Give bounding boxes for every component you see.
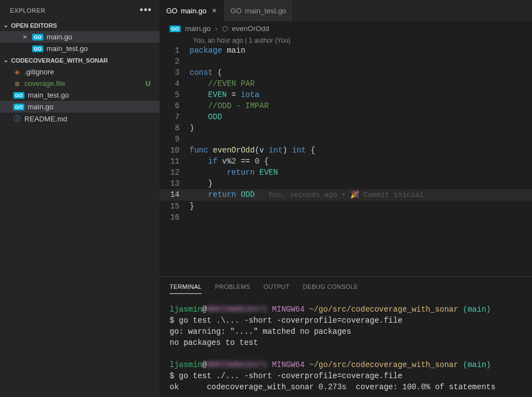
go-lang-icon: GO	[170, 26, 181, 32]
editor-area: GO main.go × GO main_test.go GO main.go …	[160, 0, 532, 397]
panel-tabs: TERMINAL PROBLEMS OUTPUT DEBUG CONSOLE	[160, 280, 532, 296]
code-line[interactable]: 13 }	[160, 178, 532, 189]
code-line[interactable]: 4 //EVEN PAR	[160, 78, 532, 89]
tab-label: main.go	[181, 7, 206, 15]
panel-tab-problems[interactable]: PROBLEMS	[215, 283, 250, 294]
line-number: 2	[160, 56, 190, 67]
git-status-badge: U	[146, 79, 156, 88]
code-content[interactable]: }	[190, 201, 194, 212]
open-editors-header[interactable]: ⌄ OPEN EDITORS	[0, 19, 160, 31]
code-line[interactable]: 16	[160, 212, 532, 223]
line-number: 15	[160, 201, 190, 212]
code-line[interactable]: 1package main	[160, 45, 532, 56]
tab-label: main_test.go	[245, 7, 286, 15]
code-content[interactable]: if v%2 == 0 {	[190, 156, 269, 167]
editor-item-label: main.go	[47, 33, 72, 41]
code-content[interactable]: ODD	[190, 111, 222, 123]
panel-tab-terminal[interactable]: TERMINAL	[170, 283, 202, 294]
symbol-icon: ⬡	[222, 25, 228, 33]
tab-main-go[interactable]: GO main.go ×	[160, 0, 224, 21]
tab-main-test-go[interactable]: GO main_test.go	[224, 0, 294, 21]
folder-header[interactable]: ⌄ CODECOVERAGE_WITH_SONAR	[0, 54, 160, 66]
explorer-title: EXPLORER	[10, 7, 45, 14]
code-line[interactable]: 10func evenOrOdd(v int) int {	[160, 145, 532, 156]
line-number: 12	[160, 167, 190, 178]
file-item-readme[interactable]: ⓘ README.md	[0, 113, 160, 125]
chevron-down-icon: ⌄	[3, 57, 11, 64]
breadcrumb-file[interactable]: main.go	[185, 24, 211, 33]
file-item-coverage[interactable]: ≣ coverage.file U	[0, 78, 160, 89]
git-blame-annotation: You, seconds ago • 🎉 Commit inicial	[268, 190, 424, 201]
panel-tab-output[interactable]: OUTPUT	[264, 283, 290, 294]
file-icon: ≣	[13, 80, 21, 88]
open-editor-item[interactable]: × GO main_test.go	[0, 43, 160, 54]
line-number: 1	[160, 45, 190, 56]
line-number: 14	[160, 189, 190, 200]
file-label: README.md	[24, 115, 67, 123]
line-number: 16	[160, 212, 190, 223]
codelens[interactable]: You, an hour ago | 1 author (You)	[160, 36, 532, 45]
editor-item-label: main_test.go	[47, 44, 88, 53]
open-editors-label: OPEN EDITORS	[11, 22, 57, 29]
close-editor-icon[interactable]: ×	[21, 33, 29, 41]
explorer-sidebar: EXPLORER ••• ⌄ OPEN EDITORS × GO main.go…	[0, 0, 160, 397]
code-line[interactable]: 6 //ODD - IMPAR	[160, 100, 532, 111]
code-line[interactable]: 2	[160, 56, 532, 67]
panel-tab-debug[interactable]: DEBUG CONSOLE	[303, 283, 359, 294]
code-line[interactable]: 7 ODD	[160, 111, 532, 123]
terminal-output[interactable]: ljasmin@BRRIOWN026471 MINGW64 ~/go/src/c…	[160, 296, 532, 397]
code-line[interactable]: 3const (	[160, 67, 532, 78]
file-item-gitignore[interactable]: ◈ .gitignore	[0, 66, 160, 78]
chevron-right-icon: ›	[215, 24, 217, 33]
code-editor[interactable]: 1package main23const (4 //EVEN PAR5 EVEN…	[160, 45, 532, 228]
code-content[interactable]: //EVEN PAR	[190, 78, 255, 89]
file-label: .gitignore	[24, 68, 54, 76]
go-lang-icon: GO	[13, 104, 24, 110]
line-number: 8	[160, 123, 190, 134]
code-line[interactable]: 14 return ODDYou, seconds ago • 🎉 Commit…	[160, 189, 532, 201]
bottom-panel: TERMINAL PROBLEMS OUTPUT DEBUG CONSOLE l…	[160, 276, 532, 397]
code-line[interactable]: 15}	[160, 201, 532, 212]
code-content[interactable]: package main	[190, 45, 245, 56]
code-line[interactable]: 5 EVEN = iota	[160, 89, 532, 100]
info-icon: ⓘ	[13, 114, 21, 124]
code-content[interactable]: return EVEN	[190, 167, 278, 178]
line-number: 11	[160, 156, 190, 167]
go-lang-icon: GO	[32, 45, 43, 52]
file-label: main_test.go	[28, 91, 69, 99]
line-number: 7	[160, 111, 190, 123]
code-content[interactable]: return ODD	[190, 189, 255, 200]
chevron-down-icon: ⌄	[3, 22, 11, 29]
code-content[interactable]: )	[190, 123, 194, 134]
breadcrumb-symbol[interactable]: evenOrOdd	[232, 24, 269, 33]
go-lang-icon: GO	[231, 7, 242, 15]
line-number: 10	[160, 145, 190, 156]
explorer-header: EXPLORER •••	[0, 0, 160, 19]
folder-label: CODECOVERAGE_WITH_SONAR	[11, 57, 108, 64]
line-number: 3	[160, 67, 190, 78]
file-label: main.go	[28, 103, 53, 111]
open-editor-item[interactable]: × GO main.go	[0, 31, 160, 43]
code-line[interactable]: 12 return EVEN	[160, 167, 532, 178]
code-line[interactable]: 9	[160, 134, 532, 145]
file-label: coverage.file	[24, 79, 65, 88]
code-content[interactable]: //ODD - IMPAR	[190, 100, 269, 111]
explorer-more-icon[interactable]: •••	[140, 4, 152, 16]
go-lang-icon: GO	[32, 34, 43, 40]
file-item-main[interactable]: GO main.go	[0, 101, 160, 113]
code-content[interactable]: func evenOrOdd(v int) int {	[190, 145, 315, 156]
editor-tabs: GO main.go × GO main_test.go	[160, 0, 532, 21]
line-number: 4	[160, 78, 190, 89]
code-content[interactable]: const (	[190, 67, 222, 78]
line-number: 6	[160, 100, 190, 111]
go-lang-icon: GO	[13, 92, 24, 99]
close-tab-icon[interactable]: ×	[212, 6, 216, 15]
code-line[interactable]: 8)	[160, 123, 532, 134]
file-item-maintest[interactable]: GO main_test.go	[0, 89, 160, 101]
line-number: 13	[160, 178, 190, 189]
git-icon: ◈	[13, 68, 21, 76]
code-line[interactable]: 11 if v%2 == 0 {	[160, 156, 532, 167]
code-content[interactable]: }	[190, 178, 213, 189]
breadcrumb[interactable]: GO main.go › ⬡ evenOrOdd	[160, 21, 532, 36]
code-content[interactable]: EVEN = iota	[190, 89, 259, 100]
